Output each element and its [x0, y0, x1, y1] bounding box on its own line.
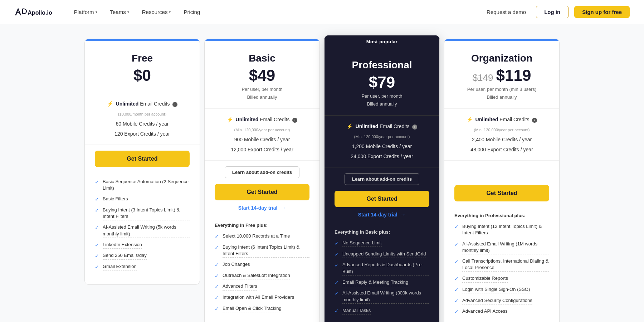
email-credits-basic: ⚡ Unlimited Email Credits i (Min. 120,00… [215, 114, 309, 135]
chevron-down-icon: ▾ [169, 10, 171, 14]
plan-cta-professional: Get Started Start 14-day trial → [325, 191, 439, 224]
export-credits-free: 120 Export Credits / year [95, 129, 190, 139]
info-icon[interactable]: i [292, 118, 297, 123]
feature-item: ✓ Advanced Security Configurations [454, 297, 549, 305]
addon-credits-basic-button[interactable]: Learn about add-on credits [225, 166, 300, 178]
feature-text: Advanced API Access [462, 308, 507, 315]
feature-item: ✓ Call Transcriptions, International Dia… [454, 258, 549, 272]
check-icon: ✓ [335, 251, 339, 258]
plan-credits-organization: ⚡ Unlimited Email Credits i (Min. 120,00… [444, 108, 559, 161]
feature-text: Manual Tasks [342, 307, 371, 314]
feature-item: ✓ LinkedIn Extension [95, 241, 190, 249]
feature-text: Job Changes [223, 261, 250, 268]
plan-card-organization: Organization $149$119 Per user, per mont… [444, 39, 560, 322]
feature-item: ✓ Advanced Reports & Dashboards (Pre-Bui… [335, 262, 429, 275]
export-credits-organization: 48,000 Export Credits / year [454, 145, 549, 155]
check-icon: ✓ [95, 224, 99, 231]
plan-credits-free: ⚡ Unlimited Email Credits i (10,000/mont… [85, 93, 200, 145]
feature-item: ✓ Buying Intent (3 Intent Topics Limit) … [95, 207, 190, 220]
feature-item: ✓ Manual Tasks [335, 307, 429, 315]
plan-name-organization: Organization [454, 53, 549, 64]
feature-item: ✓ Advanced API Access [454, 308, 549, 316]
plan-card-free: Free $0 ⚡ Unlimited Email Credits i (10,… [84, 39, 200, 285]
feature-text: Basic Sequence Automation (2 Sequence Li… [103, 179, 190, 192]
trial-link-professional[interactable]: Start 14-day trial → [335, 211, 429, 218]
feature-text: Advanced Security Configurations [462, 297, 532, 304]
most-popular-badge: Most popular [325, 35, 439, 48]
request-demo-button[interactable]: Request a demo [482, 6, 530, 18]
nav-platform[interactable]: Platform ▾ [74, 9, 97, 15]
feature-item: ✓ Select 10,000 Records at a Time [215, 233, 309, 240]
feature-item: ✓ Job Changes [215, 261, 309, 269]
features-header-organization: Everything in Professional plus: [454, 213, 549, 218]
chevron-down-icon: ▾ [127, 10, 129, 14]
feature-item: ✓ Email Open & Click Tracking [215, 305, 309, 313]
navbar: Apollo.io Platform ▾ Teams ▾ Resources ▾… [0, 0, 644, 24]
check-icon: ✓ [454, 298, 459, 305]
plan-features-professional: Everything in Basic plus: ✓ No Sequence … [325, 224, 439, 322]
plan-billing-professional: Per user, per month Billed annually [335, 92, 429, 108]
addon-credits-professional-button[interactable]: Learn about add-on credits [345, 173, 420, 185]
feature-item: ✓ No Sequence Limit [335, 240, 429, 247]
info-icon[interactable]: i [172, 102, 177, 107]
check-icon: ✓ [215, 306, 219, 313]
check-icon: ✓ [215, 283, 219, 291]
get-started-free-button[interactable]: Get Started [95, 151, 190, 167]
feature-item: ✓ Basic Filters [95, 196, 190, 203]
logo[interactable]: Apollo.io [14, 6, 53, 18]
feature-item: ✓ Buying Intent (12 Intent Topics Limit)… [454, 223, 549, 237]
nav-pricing[interactable]: Pricing [184, 9, 200, 15]
nav-actions: Request a demo Log in Sign up for free [482, 6, 630, 18]
feature-text: No Sequence Limit [342, 240, 382, 247]
feature-text: Send 250 Emails/day [103, 252, 147, 259]
plan-header-free: Free $0 [85, 41, 200, 93]
feature-item: ✓ Uncapped Sending Limits with SendGrid [335, 251, 429, 258]
feature-text: Email Reply & Meeting Tracking [342, 279, 408, 286]
feature-text: Buying Intent (12 Intent Topics Limit) &… [462, 223, 549, 237]
feature-item: ✓ Email Reply & Meeting Tracking [335, 279, 429, 287]
feature-item: ✓ AI-Assisted Email Writing (1M words mo… [454, 241, 549, 254]
feature-text: Customizable Reports [462, 275, 508, 282]
feature-text: LinkedIn Extension [103, 241, 142, 249]
feature-text: Call Transcriptions, International Diali… [462, 258, 549, 272]
get-started-basic-button[interactable]: Get Started [215, 184, 309, 200]
plan-name-basic: Basic [215, 53, 309, 64]
original-price-organization: $149 [473, 72, 493, 83]
check-icon: ✓ [215, 273, 219, 280]
svg-text:Apollo.io: Apollo.io [28, 10, 52, 16]
info-icon[interactable]: i [412, 125, 417, 130]
plan-name-professional: Professional [335, 59, 429, 71]
info-icon[interactable]: i [532, 118, 537, 123]
check-icon: ✓ [95, 196, 99, 203]
feature-text: Integration with All Email Providers [223, 294, 294, 301]
trial-link-basic[interactable]: Start 14-day trial → [215, 205, 309, 211]
feature-text: Advanced Reports & Dashboards (Pre-Built… [342, 262, 429, 275]
plan-header-organization: Organization $149$119 Per user, per mont… [444, 41, 559, 108]
signup-button[interactable]: Sign up for free [574, 6, 630, 18]
plan-cta-organization: Get Started [444, 179, 559, 207]
arrow-right-icon: → [400, 211, 406, 218]
features-header-basic: Everything in Free plus: [215, 223, 309, 228]
check-icon: ✓ [454, 258, 459, 265]
get-started-organization-button[interactable]: Get Started [454, 185, 549, 201]
nav-teams[interactable]: Teams ▾ [110, 9, 129, 15]
plan-features-basic: Everything in Free plus: ✓ Select 10,000… [205, 217, 319, 322]
feature-text: Outreach & SalesLoft Integration [223, 272, 290, 279]
check-icon: ✓ [215, 244, 219, 252]
plan-features-organization: Everything in Professional plus: ✓ Buyin… [444, 207, 559, 322]
check-icon: ✓ [95, 179, 99, 186]
feature-item: ✓ Outreach & SalesLoft Integration [215, 272, 309, 280]
check-icon: ✓ [95, 253, 99, 260]
plan-billing-basic: Per user, per month Billed annually [215, 86, 309, 101]
plan-cta-basic: Get Started Start 14-day trial → [205, 184, 319, 217]
check-icon: ✓ [454, 308, 459, 316]
check-icon: ✓ [95, 242, 99, 249]
check-icon: ✓ [95, 264, 99, 271]
feature-text: Gmail Extension [103, 263, 137, 270]
login-button[interactable]: Log in [536, 6, 569, 18]
get-started-professional-button[interactable]: Get Started [335, 191, 429, 207]
plan-header-professional: Professional $79 Per user, per month Bil… [325, 48, 439, 115]
nav-resources[interactable]: Resources ▾ [142, 9, 171, 15]
mobile-credits-basic: 900 Mobile Credits / year [215, 135, 309, 145]
plan-price-free: $0 [95, 68, 190, 83]
